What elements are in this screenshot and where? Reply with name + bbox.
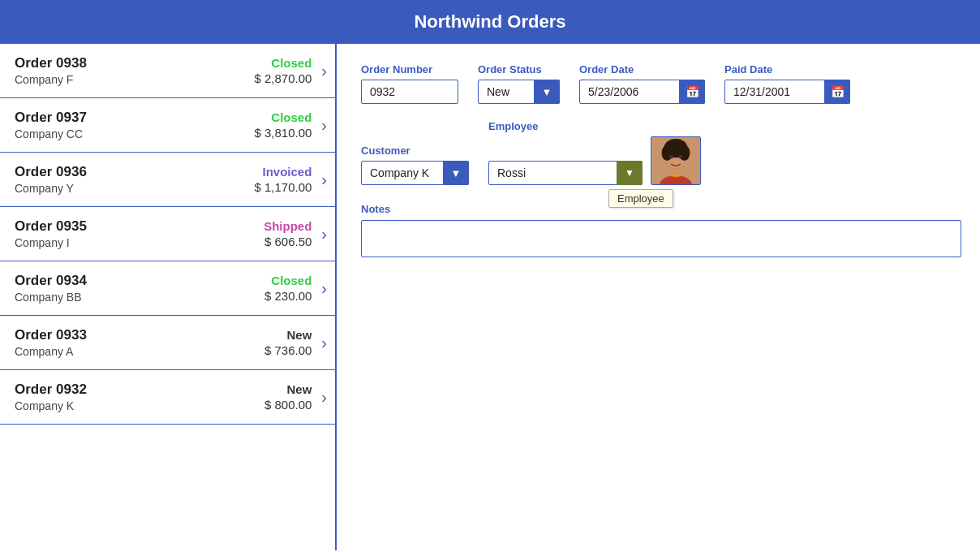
employee-section: ▼ Employee: [488, 136, 701, 185]
chevron-right-icon: ›: [321, 279, 327, 298]
order-date-wrapper: 📅: [579, 80, 705, 104]
order-number-group: Order Number: [361, 63, 458, 104]
order-info: Order 0937 Company CC: [15, 110, 254, 140]
list-item[interactable]: Order 0932 Company K New $ 800.00 ›: [0, 370, 335, 425]
detail-panel: Order Number Order Status NewShippedInvo…: [337, 44, 980, 550]
order-status-select[interactable]: NewShippedInvoicedClosed: [478, 80, 560, 104]
customer-select-wrapper: Company ACompany BCompany FCompany IComp…: [361, 161, 469, 185]
order-status: Closed: [271, 56, 312, 70]
order-status: Closed: [271, 274, 312, 287]
notes-label: Notes: [361, 203, 390, 215]
svg-point-6: [669, 155, 673, 159]
list-item[interactable]: Order 0933 Company A New $ 736.00 ›: [0, 316, 335, 370]
order-name: Order 0938: [15, 55, 254, 71]
order-name: Order 0937: [15, 110, 254, 126]
order-info: Order 0932 Company K: [15, 382, 264, 412]
order-name: Order 0936: [15, 164, 254, 180]
paid-date-calendar-icon[interactable]: 📅: [824, 80, 850, 104]
order-amount: $ 1,170.00: [254, 180, 312, 194]
employee-avatar-svg: [651, 136, 700, 185]
order-amount: $ 2,870.00: [254, 71, 312, 85]
order-company: Company I: [15, 236, 264, 249]
order-right: Shipped $ 606.50: [264, 219, 312, 248]
form-row-2: Customer Company ACompany BCompany FComp…: [361, 120, 961, 185]
chevron-right-icon: ›: [321, 388, 327, 407]
order-status: Shipped: [264, 219, 312, 233]
employee-input-wrap: ▼ Employee: [488, 161, 643, 185]
order-company: Company BB: [15, 291, 264, 304]
order-status-group: Order Status NewShippedInvoicedClosed ▼: [478, 63, 560, 104]
form-row-1: Order Number Order Status NewShippedInvo…: [361, 63, 961, 104]
chevron-right-icon: ›: [321, 225, 327, 244]
order-company: Company CC: [15, 127, 254, 140]
order-list: Order 0938 Company F Closed $ 2,870.00 ›…: [0, 44, 337, 550]
chevron-right-icon: ›: [321, 116, 327, 135]
order-name: Order 0932: [15, 382, 264, 398]
app-title: Northwind Orders: [0, 0, 980, 44]
chevron-right-icon: ›: [321, 62, 327, 80]
order-amount: $ 230.00: [264, 289, 312, 303]
employee-label: Employee: [488, 120, 701, 132]
svg-point-8: [672, 174, 680, 177]
order-number-input[interactable]: [361, 80, 458, 104]
order-company: Company K: [15, 399, 264, 412]
list-item[interactable]: Order 0938 Company F Closed $ 2,870.00 ›: [0, 44, 335, 98]
list-item[interactable]: Order 0934 Company BB Closed $ 230.00 ›: [0, 261, 335, 316]
order-right: Closed $ 2,870.00: [254, 56, 312, 85]
order-number-label: Order Number: [361, 63, 458, 75]
paid-date-wrapper: 📅: [724, 80, 850, 104]
employee-group: Employee ▼ Employee: [488, 120, 701, 185]
order-info: Order 0934 Company BB: [15, 273, 264, 304]
order-right: New $ 736.00: [264, 328, 312, 357]
order-info: Order 0935 Company I: [15, 218, 264, 249]
order-date-label: Order Date: [579, 63, 705, 75]
order-name: Order 0934: [15, 273, 264, 289]
order-status: New: [286, 382, 312, 396]
order-status-label: Order Status: [478, 63, 560, 75]
order-status: Invoiced: [262, 165, 312, 179]
order-info: Order 0933 Company A: [15, 327, 264, 358]
order-status-select-wrapper: NewShippedInvoicedClosed ▼: [478, 80, 560, 104]
paid-date-group: Paid Date 📅: [724, 63, 850, 104]
notes-input[interactable]: [361, 220, 961, 257]
customer-label: Customer: [361, 144, 469, 157]
order-status: Closed: [271, 110, 312, 124]
customer-select[interactable]: Company ACompany BCompany FCompany IComp…: [361, 161, 469, 185]
order-company: Company Y: [15, 182, 254, 195]
order-name: Order 0933: [15, 327, 264, 343]
order-right: Closed $ 230.00: [264, 274, 312, 303]
order-date-calendar-icon[interactable]: 📅: [679, 80, 705, 104]
list-item[interactable]: Order 0935 Company I Shipped $ 606.50 ›: [0, 207, 335, 261]
employee-photo: [651, 136, 701, 185]
employee-tooltip: Employee: [608, 189, 673, 208]
order-amount: $ 606.50: [264, 235, 312, 248]
customer-group: Customer Company ACompany BCompany FComp…: [361, 144, 469, 185]
chevron-right-icon: ›: [321, 334, 327, 352]
notes-section: Notes: [361, 201, 961, 261]
svg-point-7: [678, 155, 682, 159]
order-amount: $ 800.00: [264, 398, 312, 412]
order-info: Order 0936 Company Y: [15, 164, 254, 195]
list-item[interactable]: Order 0936 Company Y Invoiced $ 1,170.00…: [0, 153, 335, 207]
order-company: Company A: [15, 345, 264, 358]
order-company: Company F: [15, 73, 254, 86]
employee-dropdown-icon[interactable]: ▼: [617, 161, 643, 185]
chevron-right-icon: ›: [321, 170, 327, 189]
order-info: Order 0938 Company F: [15, 55, 254, 86]
order-right: New $ 800.00: [264, 382, 312, 412]
order-name: Order 0935: [15, 218, 264, 235]
order-amount: $ 3,810.00: [254, 126, 312, 140]
order-status: New: [286, 328, 312, 342]
order-right: Invoiced $ 1,170.00: [254, 165, 312, 194]
order-date-group: Order Date 📅: [579, 63, 705, 104]
paid-date-label: Paid Date: [724, 63, 850, 75]
order-right: Closed $ 3,810.00: [254, 110, 312, 140]
order-amount: $ 736.00: [264, 343, 312, 357]
list-item[interactable]: Order 0937 Company CC Closed $ 3,810.00 …: [0, 98, 335, 153]
